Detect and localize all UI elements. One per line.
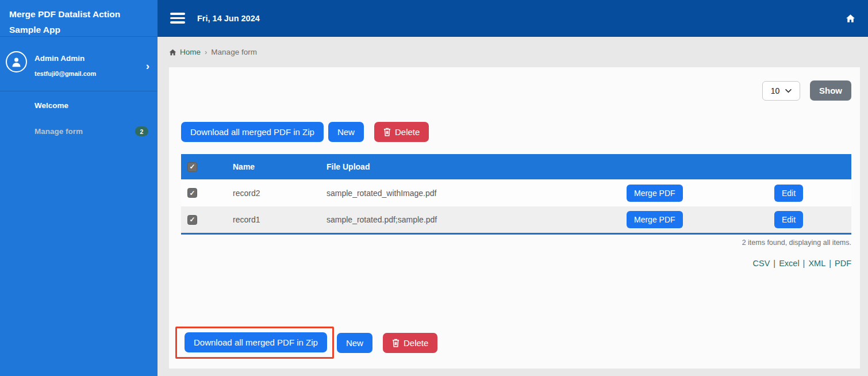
sidebar-item-welcome[interactable]: Welcome <box>0 93 158 118</box>
merge-pdf-button[interactable]: Merge PDF <box>627 211 683 228</box>
edit-button[interactable]: Edit <box>774 211 803 228</box>
pagesize-row: 10 Show <box>181 80 851 101</box>
breadcrumb-home-link[interactable]: Home <box>180 48 201 56</box>
sidebar-item-label: Manage form <box>34 127 83 136</box>
table-row: record1 sample_rotated.pdf;sample.pdf Me… <box>181 206 851 233</box>
export-links: CSV|Excel|XML|PDF <box>181 259 851 268</box>
bottom-toolbar: Download all merged PDF in Zip New Delet… <box>175 327 437 359</box>
breadcrumb-separator: › <box>205 48 207 56</box>
delete-button[interactable]: Delete <box>374 122 429 142</box>
show-button[interactable]: Show <box>810 80 851 101</box>
user-email: testfuji0@gmail.com <box>34 70 146 77</box>
user-info: Admin Admin testfuji0@gmail.com <box>34 50 146 77</box>
chevron-right-icon: › <box>146 60 149 71</box>
app-title: Merge PDF Datalist Action Sample App <box>0 0 158 37</box>
page-size-select[interactable]: 10 <box>762 81 800 101</box>
page-size-value: 10 <box>771 86 780 95</box>
edit-button[interactable]: Edit <box>774 185 803 202</box>
row-checkbox[interactable] <box>187 188 197 198</box>
cell-name: record1 <box>233 206 327 233</box>
export-separator: | <box>829 259 831 268</box>
column-header-name: Name <box>233 154 327 179</box>
topbar-date: Fri, 14 Jun 2024 <box>197 14 260 23</box>
trash-icon <box>383 128 391 136</box>
menu-icon[interactable] <box>170 10 185 25</box>
home-icon[interactable] <box>845 13 856 24</box>
export-xml-link[interactable]: XML <box>808 259 825 268</box>
delete-button-label: Delete <box>404 338 428 348</box>
topbar: Fri, 14 Jun 2024 <box>158 0 868 37</box>
sidebar-nav: Welcome Manage form 2 <box>0 91 158 144</box>
content-card: 10 Show Download all merged PDF in Zip N… <box>169 67 860 369</box>
count-badge: 2 <box>135 126 148 136</box>
cell-name: record2 <box>233 179 327 206</box>
user-circle-icon <box>6 51 27 72</box>
column-header-file-upload: File Upload <box>327 154 627 179</box>
export-separator: | <box>803 259 805 268</box>
annotation-highlight: Download all merged PDF in Zip <box>175 327 334 359</box>
merge-pdf-button[interactable]: Merge PDF <box>627 185 683 202</box>
table-header-row: Name File Upload <box>181 154 851 179</box>
app-root: Merge PDF Datalist Action Sample App Adm… <box>0 0 868 376</box>
column-header-merge <box>627 154 774 179</box>
export-excel-link[interactable]: Excel <box>779 259 799 268</box>
sidebar: Merge PDF Datalist Action Sample App Adm… <box>0 0 158 376</box>
column-header-edit <box>774 154 851 179</box>
breadcrumb-current: Manage form <box>211 48 257 56</box>
new-button-bottom[interactable]: New <box>337 333 372 353</box>
export-csv-link[interactable]: CSV <box>753 259 770 268</box>
export-pdf-link[interactable]: PDF <box>835 259 851 268</box>
breadcrumb: Home › Manage form <box>158 37 868 67</box>
download-zip-button-bottom[interactable]: Download all merged PDF in Zip <box>185 332 327 352</box>
export-separator: | <box>773 259 775 268</box>
delete-button-label: Delete <box>395 127 420 137</box>
home-icon <box>168 48 177 56</box>
sidebar-item-manage-form[interactable]: Manage form 2 <box>0 118 158 144</box>
top-toolbar: Download all merged PDF in Zip New Delet… <box>181 122 851 142</box>
chevron-down-icon <box>785 89 792 93</box>
items-summary: 2 items found, displaying all items. <box>181 239 851 247</box>
cell-file-upload: sample_rotated_withImage.pdf <box>327 179 627 206</box>
download-zip-button[interactable]: Download all merged PDF in Zip <box>181 122 324 142</box>
cell-file-upload: sample_rotated.pdf;sample.pdf <box>327 206 627 233</box>
delete-button-bottom[interactable]: Delete <box>383 333 437 353</box>
select-all-checkbox[interactable] <box>187 162 197 172</box>
records-table: Name File Upload record2 sample_rotated_… <box>181 154 851 235</box>
trash-icon <box>392 339 400 347</box>
user-name: Admin Admin <box>34 54 146 63</box>
row-checkbox[interactable] <box>187 215 197 225</box>
sidebar-item-label: Welcome <box>34 101 68 110</box>
table-row: record2 sample_rotated_withImage.pdf Mer… <box>181 179 851 206</box>
new-button[interactable]: New <box>328 122 364 142</box>
user-menu[interactable]: Admin Admin testfuji0@gmail.com › <box>0 37 158 91</box>
